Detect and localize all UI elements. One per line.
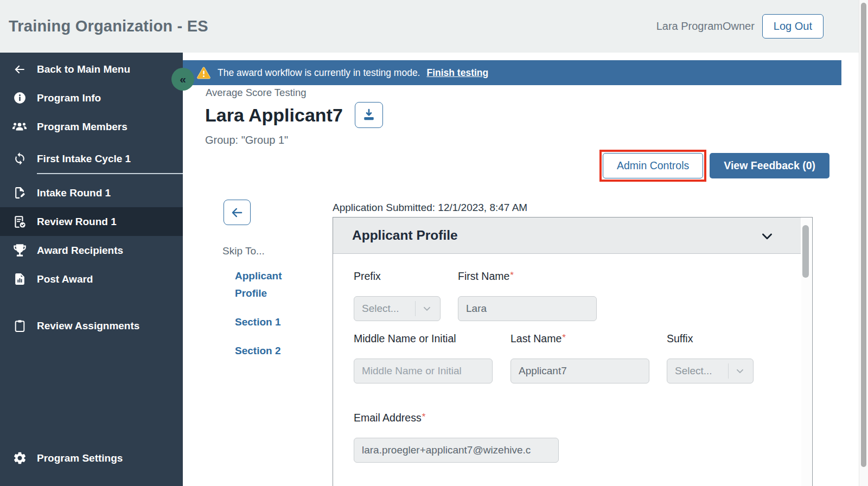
sidebar-item-review-assignments[interactable]: Review Assignments — [0, 311, 183, 340]
first-name-label: First Name* — [458, 270, 597, 283]
applicant-profile-form: Prefix Select... First Name* Middle Name… — [333, 254, 812, 463]
annotation-highlight-box: Admin Controls — [599, 150, 706, 182]
chevron-down-icon — [728, 363, 745, 379]
arrow-left-icon — [230, 206, 244, 220]
trophy-icon — [11, 243, 28, 258]
people-icon — [11, 119, 28, 135]
sidebar-item-label: Award Recipients — [37, 245, 123, 257]
sidebar-item-label: Program Settings — [37, 452, 123, 464]
skip-to-label: Skip To... — [222, 245, 265, 257]
skip-link-section-1[interactable]: Section 1 — [235, 314, 296, 331]
section-title: Applicant Profile — [352, 228, 458, 243]
document-chart-icon — [11, 272, 28, 286]
prefix-label: Prefix — [354, 270, 441, 283]
finish-testing-link[interactable]: Finish testing — [426, 67, 488, 79]
sidebar-item-award-recipients[interactable]: Award Recipients — [0, 236, 183, 265]
suffix-value: Select... — [675, 365, 724, 377]
top-bar: Training Organization - ES Lara ProgramO… — [0, 0, 868, 53]
action-buttons: Admin Controls View Feedback (0) — [599, 150, 829, 182]
required-marker: * — [510, 270, 514, 280]
group-label: Group: "Group 1" — [205, 134, 288, 146]
email-label: Email Address* — [354, 412, 559, 424]
sidebar-item-label: Review Assignments — [37, 320, 139, 332]
email-field-group: Email Address* — [354, 412, 559, 463]
prefix-field-group: Prefix Select... — [354, 270, 441, 321]
page-scrollbar[interactable] — [859, 0, 868, 486]
prefix-value: Select... — [362, 303, 411, 315]
sidebar-item-first-intake-cycle[interactable]: First Intake Cycle 1 — [0, 144, 183, 173]
sidebar-item-review-round-1[interactable]: Review Round 1 — [0, 207, 183, 236]
back-button[interactable] — [224, 200, 251, 225]
prefix-select[interactable]: Select... — [354, 296, 441, 321]
page-title: Training Organization - ES — [9, 17, 208, 35]
chevron-down-icon — [415, 301, 432, 316]
applicant-profile-section-header[interactable]: Applicant Profile — [333, 218, 801, 254]
page-scrollbar-thumb[interactable] — [861, 3, 866, 467]
required-marker: * — [422, 412, 426, 422]
skip-link-applicant-profile[interactable]: Applicant Profile — [235, 267, 296, 302]
applicant-name: Lara Applicant7 — [205, 105, 343, 126]
sidebar-item-program-members[interactable]: Program Members — [0, 112, 183, 141]
sidebar: Back to Main Menu Program Info Program M… — [0, 53, 183, 486]
form-row-1: Prefix Select... First Name* — [354, 270, 790, 321]
user-name: Lara ProgramOwner — [656, 20, 755, 33]
sidebar-section-divider — [37, 173, 183, 174]
email-input[interactable] — [354, 438, 559, 463]
sidebar-item-label: Intake Round 1 — [37, 187, 111, 199]
chevron-down-icon — [760, 228, 775, 246]
suffix-label: Suffix — [667, 332, 754, 345]
download-icon — [361, 107, 376, 123]
sidebar-item-post-award[interactable]: Post Award — [0, 265, 183, 293]
suffix-select[interactable]: Select... — [667, 359, 754, 383]
first-name-input[interactable] — [458, 296, 597, 321]
collapse-chevrons-icon: « — [180, 73, 186, 86]
sidebar-item-label: Back to Main Menu — [37, 63, 130, 75]
skip-to-links: Applicant Profile Section 1 Section 2 — [235, 267, 296, 360]
sidebar-item-label: Review Round 1 — [37, 216, 117, 228]
middle-name-input[interactable] — [354, 359, 493, 383]
sidebar-item-program-info[interactable]: Program Info — [0, 84, 183, 112]
first-name-field-group: First Name* — [458, 270, 597, 321]
sidebar-item-intake-round-1[interactable]: Intake Round 1 — [0, 178, 183, 207]
sidebar-item-label: First Intake Cycle 1 — [37, 153, 131, 165]
cycle-icon — [11, 152, 28, 165]
sidebar-item-program-settings[interactable]: Program Settings — [0, 444, 183, 472]
arrow-left-icon — [11, 62, 28, 76]
applicant-heading-row: Lara Applicant7 — [205, 102, 383, 128]
testing-mode-banner: The award workflow is currently in testi… — [183, 60, 841, 85]
admin-controls-button[interactable]: Admin Controls — [603, 153, 703, 178]
program-name: Average Score Testing — [206, 87, 306, 99]
logout-button[interactable]: Log Out — [762, 14, 824, 39]
document-check-icon — [11, 215, 28, 229]
download-button[interactable] — [355, 102, 383, 128]
view-feedback-button[interactable]: View Feedback (0) — [710, 153, 829, 178]
document-edit-icon — [11, 186, 28, 200]
sidebar-collapse-button[interactable]: « — [171, 68, 194, 91]
form-row-3: Email Address* — [354, 412, 790, 463]
required-marker: * — [562, 332, 566, 343]
last-name-input[interactable] — [510, 359, 649, 383]
last-name-field-group: Last Name* — [510, 332, 649, 383]
sidebar-item-label: Post Award — [37, 273, 93, 285]
skip-link-section-2[interactable]: Section 2 — [235, 342, 296, 360]
sidebar-item-back-to-main-menu[interactable]: Back to Main Menu — [0, 55, 183, 84]
gear-icon — [11, 451, 28, 465]
application-panel: Applicant Profile Prefix Select... First… — [333, 217, 813, 486]
sidebar-item-label: Program Info — [37, 92, 101, 104]
info-icon — [11, 91, 28, 105]
suffix-field-group: Suffix Select... — [667, 332, 754, 383]
middle-name-label: Middle Name or Initial — [354, 332, 493, 345]
application-submitted-text: Application Submitted: 12/1/2023, 8:47 A… — [333, 202, 527, 214]
form-row-2: Middle Name or Initial Last Name* Suffix… — [354, 332, 790, 383]
topbar-right: Lara ProgramOwner Log Out — [656, 14, 824, 39]
banner-message: The award workflow is currently in testi… — [218, 67, 420, 79]
sidebar-item-label: Program Members — [37, 121, 127, 133]
panel-scrollbar-thumb[interactable] — [802, 225, 809, 278]
warning-icon — [196, 66, 211, 80]
clipboard-icon — [11, 319, 28, 332]
last-name-label: Last Name* — [510, 332, 649, 345]
middle-name-field-group: Middle Name or Initial — [354, 332, 493, 383]
panel-scrollbar[interactable] — [801, 219, 811, 486]
